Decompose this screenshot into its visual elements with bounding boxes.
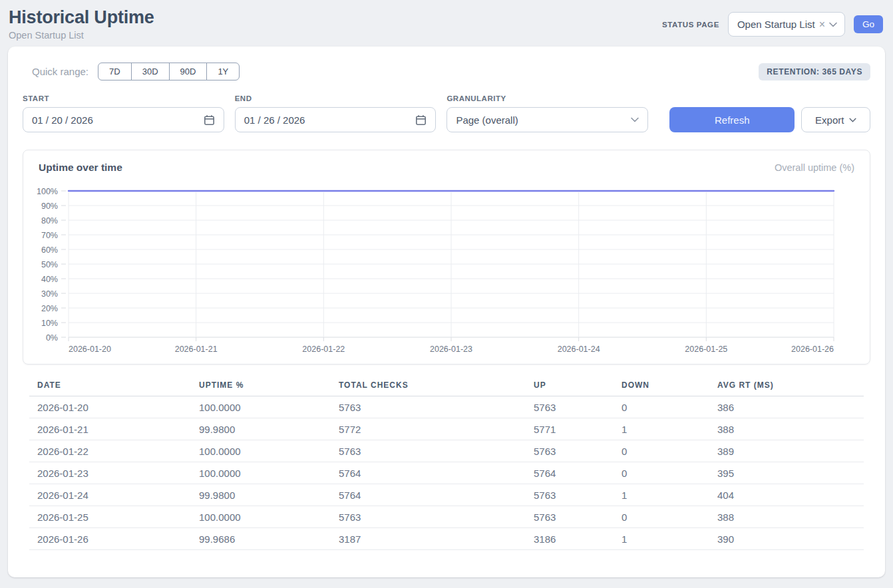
status-page-controls: STATUS PAGE Open Startup List × Go — [662, 12, 883, 37]
retention-badge: RETENTION: 365 DAYS — [759, 63, 870, 80]
y-axis-label: 40% — [41, 275, 58, 284]
clear-selection-icon[interactable]: × — [819, 19, 825, 30]
uptime-table: DATEUPTIME %TOTAL CHECKSUPDOWNAVG RT (MS… — [29, 375, 864, 550]
table-cell: 2026-01-22 — [29, 440, 191, 462]
table-header-row: DATEUPTIME %TOTAL CHECKSUPDOWNAVG RT (MS… — [29, 375, 864, 396]
start-date-label: START — [23, 94, 224, 102]
table-cell: 5764 — [331, 484, 526, 506]
y-axis-label: 0% — [46, 333, 58, 343]
x-axis-label: 2026-01-21 — [175, 345, 218, 354]
main-panel: Quick range: 7D30D90D1Y RETENTION: 365 D… — [8, 47, 885, 577]
table-cell: 99.9800 — [191, 418, 331, 440]
table-cell: 100.0000 — [191, 440, 331, 462]
page-heading: Historical Uptime Open Startup List — [9, 7, 154, 41]
x-axis-label: 2026-01-23 — [430, 345, 472, 354]
uptime-chart-card: Uptime over time Overall uptime (%) 0%10… — [23, 150, 870, 365]
table-row: 2026-01-23100.0000576457640395 — [29, 462, 864, 484]
table-cell: 5763 — [526, 440, 614, 462]
chart-title: Uptime over time — [39, 162, 122, 174]
table-cell: 100.0000 — [191, 506, 331, 528]
table-cell: 0 — [614, 440, 709, 462]
table-cell: 389 — [709, 440, 864, 462]
y-axis-label: 100% — [37, 187, 58, 196]
table-cell: 0 — [614, 396, 709, 418]
top-bar: Historical Uptime Open Startup List STAT… — [0, 0, 893, 47]
start-date-input[interactable]: 01 / 20 / 2026 — [23, 107, 224, 132]
quick-range-group: Quick range: 7D30D90D1Y — [32, 63, 240, 80]
go-button[interactable]: Go — [854, 15, 883, 33]
granularity-label: GRANULARITY — [446, 94, 648, 102]
table-cell: 388 — [709, 418, 864, 440]
quick-range-7d[interactable]: 7D — [98, 63, 132, 80]
quick-range-30d[interactable]: 30D — [131, 63, 170, 80]
end-date-label: END — [235, 94, 437, 102]
table-cell: 395 — [709, 462, 864, 484]
table-cell: 3186 — [526, 528, 614, 550]
y-axis-label: 80% — [41, 216, 58, 225]
quick-range-90d[interactable]: 90D — [169, 63, 208, 80]
export-button[interactable]: Export — [801, 107, 870, 132]
table-cell: 1 — [614, 418, 709, 440]
y-axis-label: 60% — [41, 245, 58, 255]
table-cell: 2026-01-26 — [29, 528, 191, 550]
table-cell: 2026-01-21 — [29, 418, 191, 440]
filters-row-top: Quick range: 7D30D90D1Y RETENTION: 365 D… — [23, 63, 870, 80]
chart-plot-area: 0%10%20%30%40%50%60%70%80%90%100%2026-01… — [23, 182, 870, 360]
end-date-input[interactable]: 01 / 26 / 2026 — [235, 107, 437, 132]
table-cell: 5764 — [331, 462, 526, 484]
status-page-select[interactable]: Open Startup List × — [728, 12, 845, 37]
granularity-select[interactable]: Page (overall) — [446, 107, 648, 132]
granularity-field: GRANULARITY Page (overall) — [446, 94, 648, 132]
page-subtitle: Open Startup List — [9, 30, 154, 41]
quick-range-buttons: 7D30D90D1Y — [98, 63, 240, 80]
chevron-down-icon — [829, 22, 837, 27]
table-cell: 5763 — [526, 484, 614, 506]
refresh-button[interactable]: Refresh — [669, 107, 795, 132]
column-header: AVG RT (MS) — [709, 375, 864, 396]
x-axis-label: 2026-01-26 — [791, 345, 834, 354]
y-axis-label: 70% — [41, 231, 58, 240]
table-cell: 5771 — [526, 418, 614, 440]
quick-range-label: Quick range: — [32, 66, 89, 77]
table-cell: 1 — [614, 484, 709, 506]
table-row: 2026-01-2699.9686318731861390 — [29, 528, 864, 550]
table-cell: 5772 — [331, 418, 526, 440]
calendar-icon[interactable] — [204, 114, 215, 126]
table-row: 2026-01-25100.0000576357630388 — [29, 506, 864, 528]
calendar-icon[interactable] — [415, 114, 427, 126]
x-axis-label: 2026-01-24 — [558, 345, 600, 354]
status-page-label: STATUS PAGE — [662, 21, 719, 29]
status-page-select-value: Open Startup List — [737, 19, 815, 30]
table-cell: 0 — [614, 462, 709, 484]
column-header: DOWN — [614, 375, 709, 396]
table-cell: 2026-01-20 — [29, 396, 191, 418]
chart-legend: Overall uptime (%) — [775, 162, 854, 173]
quick-range-1y[interactable]: 1Y — [206, 63, 240, 80]
start-date-field: START 01 / 20 / 2026 — [23, 94, 224, 132]
y-axis-label: 20% — [41, 304, 58, 313]
uptime-table-body: 2026-01-20100.00005763576303862026-01-21… — [29, 396, 864, 550]
table-cell: 5763 — [526, 506, 614, 528]
table-row: 2026-01-22100.0000576357630389 — [29, 440, 864, 462]
table-cell: 1 — [614, 528, 709, 550]
x-axis-label: 2026-01-22 — [302, 345, 345, 354]
table-row: 2026-01-20100.0000576357630386 — [29, 396, 864, 418]
table-cell: 5763 — [331, 396, 526, 418]
table-cell: 2026-01-25 — [29, 506, 191, 528]
granularity-value: Page (overall) — [456, 114, 518, 126]
end-date-field: END 01 / 26 / 2026 — [235, 94, 437, 132]
chevron-down-icon — [849, 118, 856, 122]
y-axis-label: 50% — [41, 260, 58, 269]
table-cell: 404 — [709, 484, 864, 506]
end-date-value: 01 / 26 / 2026 — [244, 114, 305, 126]
table-cell: 2026-01-24 — [29, 484, 191, 506]
y-axis-label: 30% — [41, 289, 58, 299]
column-header: DATE — [29, 375, 191, 396]
chart-header: Uptime over time Overall uptime (%) — [23, 162, 870, 174]
y-axis-label: 10% — [41, 319, 58, 328]
column-header: TOTAL CHECKS — [331, 375, 526, 396]
table-cell: 3187 — [331, 528, 526, 550]
table-cell: 388 — [709, 506, 864, 528]
export-button-label: Export — [815, 114, 844, 126]
table-cell: 5763 — [331, 440, 526, 462]
